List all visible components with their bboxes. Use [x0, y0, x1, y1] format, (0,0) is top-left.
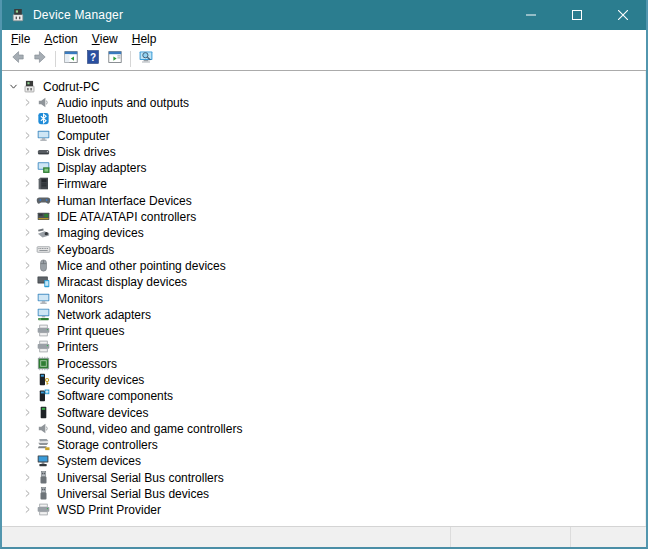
tree-item-label: Audio inputs and outputs: [57, 95, 189, 110]
processor-icon: [36, 356, 51, 371]
help-button[interactable]: ?: [82, 49, 104, 70]
mouse-icon: [36, 258, 51, 273]
chevron-right-icon[interactable]: [20, 144, 34, 158]
tree-item[interactable]: Disk drives: [2, 143, 645, 159]
tree-item[interactable]: Mice and other pointing devices: [2, 257, 645, 273]
chevron-right-icon[interactable]: [20, 487, 34, 501]
tree-item[interactable]: Codrut-PC: [2, 78, 645, 94]
chevron-right-icon[interactable]: [20, 421, 34, 435]
menu-file[interactable]: File: [4, 30, 37, 48]
chevron-right-icon[interactable]: [20, 128, 34, 142]
chevron-right-icon[interactable]: [20, 470, 34, 484]
scan-computer-icon: [138, 49, 154, 69]
tree-item[interactable]: Security devices: [2, 371, 645, 387]
system-device-icon: [36, 453, 51, 468]
chevron-right-icon[interactable]: [20, 405, 34, 419]
chevron-right-icon[interactable]: [20, 503, 34, 517]
chevron-right-icon[interactable]: [20, 324, 34, 338]
ide-controller-icon: [36, 209, 51, 224]
chevron-right-icon[interactable]: [20, 307, 34, 321]
software-component-icon: [36, 388, 51, 403]
chevron-right-icon[interactable]: [20, 112, 34, 126]
tree-item-label: Storage controllers: [57, 437, 158, 452]
properties-button[interactable]: [104, 49, 126, 70]
chevron-right-icon[interactable]: [20, 291, 34, 305]
menu-help[interactable]: Help: [125, 30, 164, 48]
tree-item-label: Codrut-PC: [43, 79, 100, 94]
tree-item-label: Firmware: [57, 176, 107, 191]
tree-item[interactable]: Software components: [2, 388, 645, 404]
console-window-icon: [63, 49, 79, 69]
tree-item[interactable]: Storage controllers: [2, 437, 645, 453]
tree-item[interactable]: Computer: [2, 127, 645, 143]
chevron-right-icon[interactable]: [20, 210, 34, 224]
chevron-right-icon[interactable]: [20, 193, 34, 207]
chevron-right-icon[interactable]: [20, 226, 34, 240]
tree-item[interactable]: System devices: [2, 453, 645, 469]
close-button[interactable]: [600, 0, 646, 30]
tree-item[interactable]: Firmware: [2, 176, 645, 192]
tree-item[interactable]: Keyboards: [2, 241, 645, 257]
forward-button[interactable]: [29, 49, 51, 70]
printer-icon: [36, 502, 51, 517]
titlebar[interactable]: Device Manager: [2, 0, 646, 30]
tree-item[interactable]: Display adapters: [2, 159, 645, 175]
imaging-device-icon: [36, 225, 51, 240]
tree-item-label: Processors: [57, 356, 117, 371]
chevron-right-icon[interactable]: [20, 161, 34, 175]
tree-item[interactable]: Processors: [2, 355, 645, 371]
usb-icon: [36, 486, 51, 501]
tree-item[interactable]: Imaging devices: [2, 225, 645, 241]
chevron-right-icon[interactable]: [20, 258, 34, 272]
tree-item[interactable]: Human Interface Devices: [2, 192, 645, 208]
tree-item[interactable]: WSD Print Provider: [2, 502, 645, 518]
device-tree[interactable]: Codrut-PCAudio inputs and outputsBluetoo…: [2, 71, 646, 526]
tree-item[interactable]: Universal Serial Bus controllers: [2, 469, 645, 485]
back-button[interactable]: [7, 49, 29, 70]
monitor-icon: [36, 291, 51, 306]
scan-for-hardware-changes-button[interactable]: [135, 49, 157, 70]
chevron-right-icon[interactable]: [20, 372, 34, 386]
chevron-right-icon[interactable]: [20, 356, 34, 370]
tree-item[interactable]: Network adapters: [2, 306, 645, 322]
minimize-button[interactable]: [508, 0, 554, 30]
chevron-right-icon[interactable]: [20, 242, 34, 256]
close-icon: [618, 6, 628, 24]
speaker-icon: [36, 421, 51, 436]
printer-icon: [36, 339, 51, 354]
help-icon: ?: [85, 49, 101, 69]
menu-view[interactable]: View: [85, 30, 125, 48]
chevron-right-icon[interactable]: [20, 177, 34, 191]
tree-item-label: Miracast display devices: [57, 274, 187, 289]
toolbar-separator: [55, 51, 56, 67]
menubar: FileActionViewHelp: [2, 30, 646, 48]
tree-item-label: Print queues: [57, 323, 124, 338]
show-console-tree-button[interactable]: [60, 49, 82, 70]
gamepad-icon: [36, 193, 51, 208]
status-panel-1: [2, 527, 450, 547]
tree-item[interactable]: Monitors: [2, 290, 645, 306]
tree-item[interactable]: Miracast display devices: [2, 274, 645, 290]
chevron-right-icon[interactable]: [20, 95, 34, 109]
tree-item[interactable]: IDE ATA/ATAPI controllers: [2, 208, 645, 224]
tree-item[interactable]: Printers: [2, 339, 645, 355]
menu-action[interactable]: Action: [37, 30, 84, 48]
tree-item[interactable]: Audio inputs and outputs: [2, 94, 645, 110]
chevron-right-icon[interactable]: [20, 438, 34, 452]
tree-item[interactable]: Universal Serial Bus devices: [2, 485, 645, 501]
tree-item[interactable]: Print queues: [2, 322, 645, 338]
disk-drive-icon: [36, 144, 51, 159]
chevron-right-icon[interactable]: [20, 454, 34, 468]
keyboard-icon: [36, 242, 51, 257]
chevron-down-icon[interactable]: [6, 79, 20, 93]
tree-item-label: Keyboards: [57, 242, 114, 257]
tree-item[interactable]: Software devices: [2, 404, 645, 420]
pc-icon: [22, 79, 37, 94]
tree-item[interactable]: Sound, video and game controllers: [2, 420, 645, 436]
tree-item[interactable]: Bluetooth: [2, 111, 645, 127]
chevron-right-icon[interactable]: [20, 275, 34, 289]
chevron-right-icon[interactable]: [20, 340, 34, 354]
statusbar: [2, 526, 646, 547]
maximize-button[interactable]: [554, 0, 600, 30]
chevron-right-icon[interactable]: [20, 389, 34, 403]
